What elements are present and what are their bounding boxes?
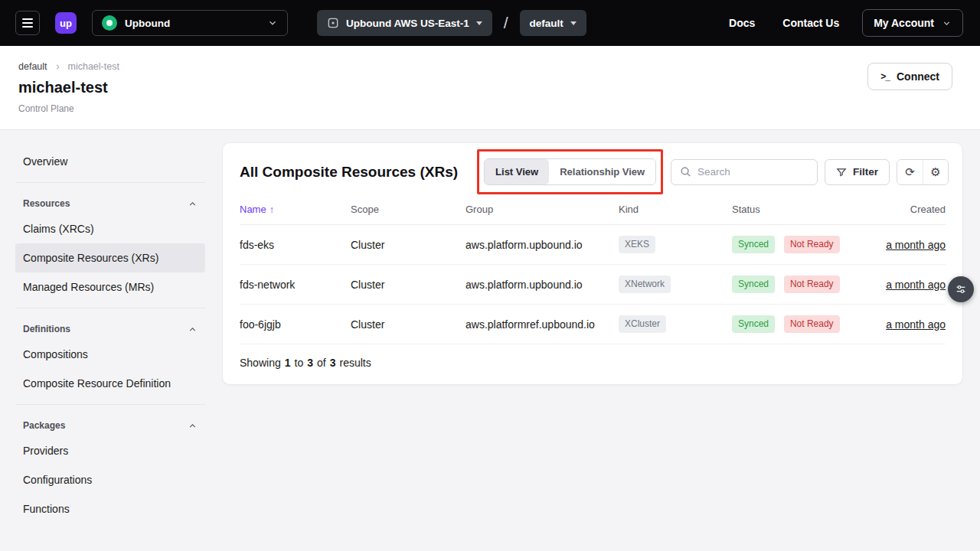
sidebar-item-composite-resource-definition[interactable]: Composite Resource Definition	[15, 369, 205, 398]
nav-link-docs[interactable]: Docs	[729, 17, 755, 29]
page-header-left: default michael-test michael-test Contro…	[18, 61, 119, 114]
column-header-name[interactable]: Name↑	[240, 199, 351, 225]
chevron-up-icon	[188, 199, 198, 209]
sidebar-item-providers[interactable]: Providers	[15, 436, 205, 465]
column-header-status[interactable]: Status	[732, 199, 874, 225]
summary-text: of	[317, 357, 326, 369]
sidebar-item-overview[interactable]: Overview	[15, 147, 205, 176]
my-account-button[interactable]: My Account	[862, 9, 963, 37]
path-separator: /	[504, 14, 508, 32]
settings-button[interactable]: ⚙	[923, 160, 948, 184]
column-header-created[interactable]: Created	[874, 199, 946, 225]
topbar: up Upbound Upbound AWS US-East-1 / defau…	[0, 0, 980, 46]
upbound-logo[interactable]: up	[55, 12, 77, 34]
org-name: Upbound	[125, 18, 170, 29]
column-header-scope[interactable]: Scope	[351, 199, 466, 225]
sidebar-item-functions[interactable]: Functions	[15, 494, 205, 523]
table-row[interactable]: foo-6jgjb Cluster aws.platformref.upboun…	[240, 305, 946, 344]
caret-down-icon	[570, 21, 577, 25]
summary-to: 3	[307, 357, 313, 369]
column-header-kind[interactable]: Kind	[619, 199, 732, 225]
my-account-label: My Account	[874, 17, 934, 29]
content-card: All Composite Resources (XRs) List View …	[222, 142, 963, 385]
cell-kind: XEKS	[619, 225, 732, 265]
control-plane-selector[interactable]: Upbound AWS US-East-1	[317, 10, 492, 36]
cell-group: aws.platformref.upbound.io	[466, 305, 619, 344]
cell-scope: Cluster	[351, 305, 466, 344]
hamburger-menu-button[interactable]	[15, 11, 40, 35]
section-label: Packages	[23, 420, 65, 431]
cell-status: Synced Not Ready	[732, 225, 874, 265]
summary-text: to	[295, 357, 304, 369]
created-link[interactable]: a month ago	[886, 318, 946, 331]
column-header-group[interactable]: Group	[466, 199, 619, 225]
cell-name: foo-6jgjb	[240, 305, 351, 344]
filter-icon	[836, 167, 847, 178]
refresh-button[interactable]: ⟳	[897, 160, 923, 184]
column-label: Scope	[351, 204, 379, 215]
column-label: Group	[466, 204, 493, 215]
sidebar-divider	[15, 182, 205, 183]
kind-badge: XNetwork	[619, 276, 671, 293]
cell-scope: Cluster	[351, 265, 466, 305]
org-selector[interactable]: Upbound	[92, 10, 288, 36]
summary-text: Showing	[240, 357, 281, 369]
sidebar-item-composite-resources[interactable]: Composite Resources (XRs)	[15, 243, 205, 272]
sidebar-item-managed-resources[interactable]: Managed Resources (MRs)	[15, 272, 205, 302]
hamburger-icon	[22, 18, 33, 20]
results-summary: Showing 1 to 3 of 3 results	[223, 344, 962, 384]
filter-label: Filter	[853, 166, 878, 178]
summary-text: results	[339, 357, 371, 369]
list-view-button[interactable]: List View	[485, 159, 549, 184]
not-ready-badge: Not Ready	[784, 236, 840, 253]
chevron-up-icon	[188, 324, 198, 334]
search-box[interactable]	[671, 159, 818, 185]
table-row[interactable]: fds-network Cluster aws.platform.upbound…	[240, 265, 946, 305]
kind-badge: XCluster	[619, 315, 666, 333]
cell-status: Synced Not Ready	[732, 305, 874, 344]
table-row[interactable]: fds-eks Cluster aws.platform.upbound.io …	[240, 225, 946, 265]
group-selector[interactable]: default	[520, 10, 586, 36]
sidebar: Overview Resources Claims (XRCs) Composi…	[15, 142, 205, 523]
relationship-view-button[interactable]: Relationship View	[549, 159, 655, 184]
summary-from: 1	[285, 357, 291, 369]
section-label: Definitions	[23, 324, 70, 334]
sidebar-item-compositions[interactable]: Compositions	[15, 340, 205, 369]
sidebar-section-packages[interactable]: Packages	[15, 411, 205, 436]
cell-kind: XCluster	[619, 305, 732, 344]
synced-badge: Synced	[732, 276, 775, 293]
cell-kind: XNetwork	[619, 265, 732, 305]
column-label: Created	[910, 204, 946, 215]
not-ready-badge: Not Ready	[784, 276, 840, 293]
search-input[interactable]	[697, 166, 808, 178]
table-header-row: Name↑ Scope Group Kind Status Created	[240, 199, 946, 225]
connect-button[interactable]: >_ Connect	[867, 63, 952, 90]
control-plane-name: Upbound AWS US-East-1	[346, 18, 469, 29]
breadcrumb: default michael-test	[18, 61, 119, 72]
breadcrumb-root[interactable]: default	[18, 61, 47, 72]
view-toggle: List View Relationship View	[484, 158, 656, 185]
created-link[interactable]: a month ago	[886, 239, 946, 251]
page-title: michael-test	[18, 79, 119, 96]
caret-down-icon	[476, 21, 482, 25]
cell-created: a month ago	[874, 225, 946, 265]
created-link[interactable]: a month ago	[886, 279, 946, 291]
sidebar-item-claims[interactable]: Claims (XRCs)	[15, 214, 205, 243]
sliders-icon	[955, 283, 967, 295]
sidebar-section-resources[interactable]: Resources	[15, 189, 205, 214]
sidebar-item-configurations[interactable]: Configurations	[15, 465, 205, 494]
group-name: default	[530, 18, 564, 29]
floating-widget-button[interactable]	[948, 276, 974, 302]
cell-status: Synced Not Ready	[732, 265, 874, 305]
column-label: Name	[240, 204, 266, 215]
summary-total: 3	[330, 357, 336, 369]
filter-button[interactable]: Filter	[825, 159, 890, 185]
sidebar-divider	[15, 404, 205, 405]
connect-label: Connect	[897, 70, 939, 83]
search-icon	[680, 166, 691, 178]
synced-badge: Synced	[732, 236, 775, 253]
nav-link-contact-us[interactable]: Contact Us	[782, 17, 839, 29]
sidebar-section-definitions[interactable]: Definitions	[15, 315, 205, 340]
column-label: Kind	[619, 204, 639, 215]
page-header: default michael-test michael-test Contro…	[0, 46, 980, 130]
